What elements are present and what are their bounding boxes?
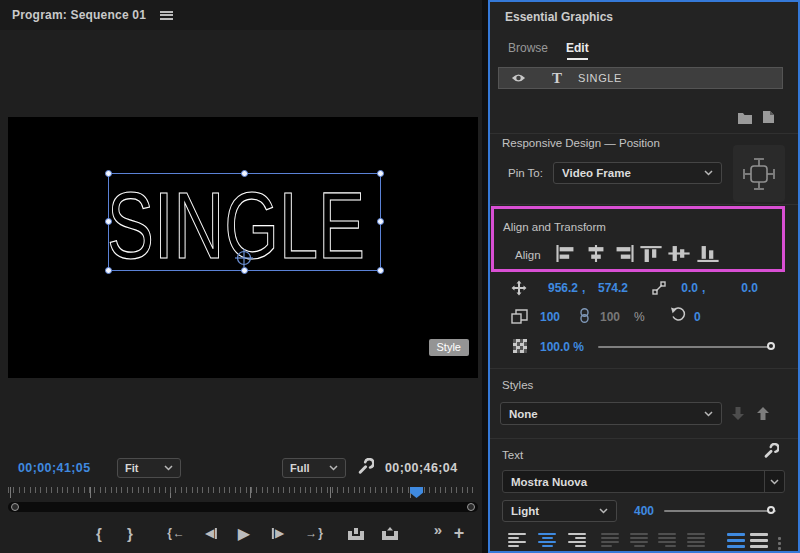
style-overlay-button[interactable]: Style (429, 339, 469, 356)
justify-all-button[interactable] (687, 533, 705, 547)
lift-button[interactable] (347, 522, 365, 544)
push-style-down-icon[interactable] (731, 406, 745, 421)
pin-to-select[interactable]: Video Frame (553, 162, 722, 184)
selection-handle-bl[interactable] (105, 267, 112, 274)
step-back-bar (215, 528, 217, 539)
text-align-right-button[interactable] (568, 533, 586, 547)
pin-diagram[interactable] (733, 145, 785, 202)
go-to-out-button[interactable]: →} (305, 522, 323, 544)
align-top-icon[interactable] (640, 245, 662, 262)
scrollbar-right-handle[interactable] (467, 503, 475, 511)
current-timecode[interactable]: 00;00;41;05 (18, 461, 91, 475)
scale-value[interactable]: 100 (540, 310, 560, 324)
font-size-slider[interactable] (664, 510, 776, 512)
text-options-wrench-icon[interactable] (763, 443, 779, 459)
link-scale-icon[interactable] (580, 308, 589, 323)
go-to-out-arrow: → (305, 526, 317, 540)
out-timecode: 00;00;46;04 (385, 461, 458, 475)
align-center-horizontal-icon[interactable] (585, 245, 607, 262)
anchor-point-icon[interactable] (234, 248, 254, 268)
opacity-slider[interactable] (598, 346, 774, 348)
play-glyph: ▶ (238, 524, 250, 543)
step-forward-button[interactable]: ▶ (272, 522, 284, 544)
chevron-down-icon (599, 508, 608, 514)
selection-handle-tr[interactable] (377, 170, 384, 177)
push-style-up-icon[interactable] (756, 406, 770, 421)
font-style-select[interactable]: Light (502, 500, 617, 522)
anchor-x-value[interactable]: 0.0 (672, 281, 698, 295)
mark-out-button[interactable]: } (127, 522, 133, 544)
new-layer-icon[interactable] (762, 110, 775, 124)
step-forward-triangle: ▶ (275, 526, 284, 540)
align-left-icon[interactable] (555, 245, 577, 262)
button-editor-button[interactable]: » (434, 518, 442, 540)
styles-select[interactable]: None (500, 402, 722, 425)
anchor-y-value[interactable]: 0.0 (732, 281, 758, 295)
timeline-scrollbar[interactable] (8, 502, 478, 512)
zoom-level-select[interactable]: Fit (117, 458, 181, 478)
justify-last-center-button[interactable] (630, 533, 648, 547)
video-frame[interactable]: SINGLE Style (8, 117, 478, 378)
selection-handle-br[interactable] (377, 267, 384, 274)
visibility-eye-icon[interactable] (511, 73, 526, 83)
pin-diagram-icon (736, 150, 782, 198)
play-button[interactable]: ▶ (238, 522, 250, 544)
new-folder-icon[interactable] (737, 111, 753, 124)
highlight-annotation (491, 206, 785, 272)
extract-icon (381, 527, 399, 540)
opacity-checkerboard-icon (513, 339, 527, 353)
pin-to-label: Pin To: (508, 167, 543, 179)
position-y-value[interactable]: 574.2 (592, 281, 628, 295)
go-to-in-button[interactable]: {← (167, 522, 185, 544)
mark-out-glyph: } (127, 525, 133, 542)
tab-edit[interactable]: Edit (566, 41, 589, 55)
add-button[interactable]: + (454, 522, 465, 544)
opacity-value[interactable]: 100.0 % (540, 340, 584, 354)
layer-row-single[interactable]: T SINGLE (498, 67, 783, 89)
mark-in-button[interactable]: { (96, 522, 102, 544)
position-move-icon (511, 280, 527, 296)
playback-resolution-select[interactable]: Full (282, 458, 346, 478)
font-family-value: Mostra Nuova (511, 476, 587, 488)
selection-handle-tl[interactable] (105, 170, 112, 177)
align-label: Align (515, 249, 541, 261)
justify-last-right-button[interactable] (658, 533, 676, 547)
text-align-left-button[interactable] (508, 533, 526, 547)
timeline-ruler[interactable] (8, 487, 478, 500)
chevron-down-icon (770, 479, 779, 485)
lift-icon (347, 527, 365, 540)
align-bottom-icon[interactable] (697, 245, 719, 262)
step-back-button[interactable]: ◀ (205, 522, 217, 544)
settings-wrench-icon[interactable] (357, 458, 374, 475)
mark-in-glyph: { (96, 525, 102, 542)
align-right-icon[interactable] (613, 245, 635, 262)
position-comma: , (582, 281, 585, 295)
selection-handle-bc[interactable] (241, 267, 248, 274)
justify-last-left-button[interactable] (601, 533, 619, 547)
font-family-select[interactable]: Mostra Nuova (502, 470, 785, 493)
chevron-down-icon (164, 465, 173, 471)
panel-title: Essential Graphics (505, 10, 613, 24)
leading-option-button[interactable] (727, 533, 745, 548)
align-center-vertical-icon[interactable] (668, 245, 690, 262)
rotation-value[interactable]: 0 (694, 310, 701, 324)
text-align-center-button[interactable] (538, 533, 556, 547)
tracking-option-button[interactable] (750, 533, 768, 548)
position-x-value[interactable]: 956.2 (540, 281, 578, 295)
selection-handle-mr[interactable] (377, 218, 384, 225)
tab-browse[interactable]: Browse (508, 41, 548, 55)
font-size-value[interactable]: 400 (634, 504, 654, 518)
font-size-slider-handle[interactable] (767, 506, 775, 514)
panel-menu-icon[interactable] (160, 11, 173, 20)
extract-button[interactable] (381, 522, 399, 544)
selection-handle-tc[interactable] (241, 170, 248, 177)
chevron-down-icon (704, 411, 713, 417)
opacity-slider-handle[interactable] (767, 342, 775, 350)
anchor-point-tool-icon (652, 281, 666, 295)
selection-handle-ml[interactable] (105, 218, 112, 225)
styles-heading: Styles (502, 379, 533, 391)
scrollbar-left-handle[interactable] (11, 503, 19, 511)
more-options-dots[interactable] (778, 537, 781, 550)
ruler-minor-ticks (8, 487, 478, 493)
pin-to-value: Video Frame (562, 167, 631, 179)
